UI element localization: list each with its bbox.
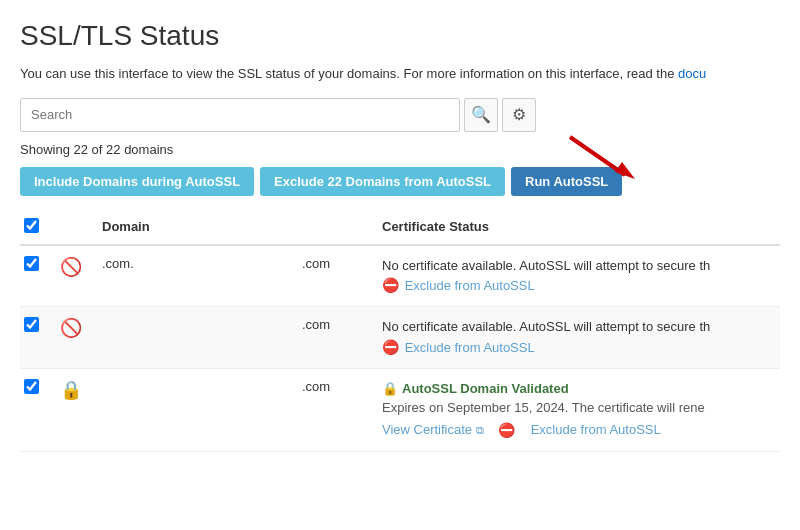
action-buttons: Include Domains during AutoSSL Exclude 2… [20, 167, 780, 196]
view-certificate-link[interactable]: View Certificate ⧉ [382, 420, 484, 440]
page-title: SSL/TLS Status [20, 20, 780, 52]
settings-button[interactable]: ⚙ [502, 98, 536, 132]
status-icon-cell: 🚫 [50, 307, 92, 369]
exclude-icon: ⛔ [382, 339, 399, 355]
validated-icon: 🔒 [60, 380, 82, 400]
domain-type-cell: .com [292, 368, 372, 451]
row-checkbox[interactable] [24, 317, 39, 332]
status-icon-cell: 🔒 [50, 368, 92, 451]
search-input[interactable] [20, 98, 460, 132]
page-description: You can use this interface to view the S… [20, 64, 780, 84]
type-header [292, 210, 372, 245]
select-all-checkbox[interactable] [24, 218, 39, 233]
row-checkbox[interactable] [24, 256, 39, 271]
red-arrow-icon [560, 127, 640, 187]
no-cert-icon: 🚫 [60, 257, 82, 277]
table-row: 🚫 .com. .com No certificate available. A… [20, 245, 780, 307]
expires-text: Expires on September 15, 2024. The certi… [382, 398, 770, 418]
row-checkbox-cell [20, 307, 50, 369]
status-icon-cell: 🚫 [50, 245, 92, 307]
cert-status-cell: No certificate available. AutoSSL will a… [372, 245, 780, 307]
no-cert-icon: 🚫 [60, 318, 82, 338]
exclude-from-autossl-link[interactable]: Exclude from AutoSSL [531, 420, 661, 440]
domain-header: Domain [92, 210, 292, 245]
row-checkbox[interactable] [24, 379, 39, 394]
select-all-header [20, 210, 50, 245]
cert-status-cell: 🔒 AutoSSL Domain Validated Expires on Se… [372, 368, 780, 451]
domains-table: Domain Certificate Status 🚫 .com. .com N… [20, 210, 780, 452]
cert-status-text: No certificate available. AutoSSL will a… [382, 256, 770, 276]
cert-status-header: Certificate Status [372, 210, 780, 245]
include-domains-button[interactable]: Include Domains during AutoSSL [20, 167, 254, 196]
exclude-from-autossl-link[interactable]: Exclude from AutoSSL [405, 340, 535, 355]
lock-icon: 🔒 [382, 379, 398, 399]
domain-cell [92, 307, 292, 369]
table-row: 🔒 .com 🔒 AutoSSL Domain Validated Expire… [20, 368, 780, 451]
doc-link[interactable]: docu [678, 66, 706, 81]
cert-status-text: No certificate available. AutoSSL will a… [382, 317, 770, 337]
showing-text: Showing 22 of 22 domains [20, 142, 780, 157]
row-checkbox-cell [20, 368, 50, 451]
exclude-icon: ⛔ [498, 420, 515, 441]
external-link-icon: ⧉ [476, 424, 484, 436]
domain-type-cell: .com [292, 307, 372, 369]
row-checkbox-cell [20, 245, 50, 307]
cert-links: View Certificate ⧉ ⛔ Exclude from AutoSS… [382, 420, 770, 441]
svg-line-0 [570, 137, 625, 175]
cert-status-cell: No certificate available. AutoSSL will a… [372, 307, 780, 369]
exclude-domains-button[interactable]: Exclude 22 Domains from AutoSSL [260, 167, 505, 196]
status-icon-header [50, 210, 92, 245]
domain-type-cell: .com [292, 245, 372, 307]
domain-cell: .com. [92, 245, 292, 307]
svg-marker-1 [615, 162, 635, 179]
autossl-validated-text: 🔒 AutoSSL Domain Validated [382, 379, 770, 399]
table-row: 🚫 .com No certificate available. AutoSSL… [20, 307, 780, 369]
cert-actions: ⛔ Exclude from AutoSSL [382, 337, 770, 358]
exclude-from-autossl-link[interactable]: Exclude from AutoSSL [405, 278, 535, 293]
domain-cell [92, 368, 292, 451]
search-bar: 🔍 ⚙ [20, 98, 780, 132]
exclude-icon: ⛔ [382, 277, 399, 293]
search-button[interactable]: 🔍 [464, 98, 498, 132]
cert-actions: ⛔ Exclude from AutoSSL [382, 275, 770, 296]
